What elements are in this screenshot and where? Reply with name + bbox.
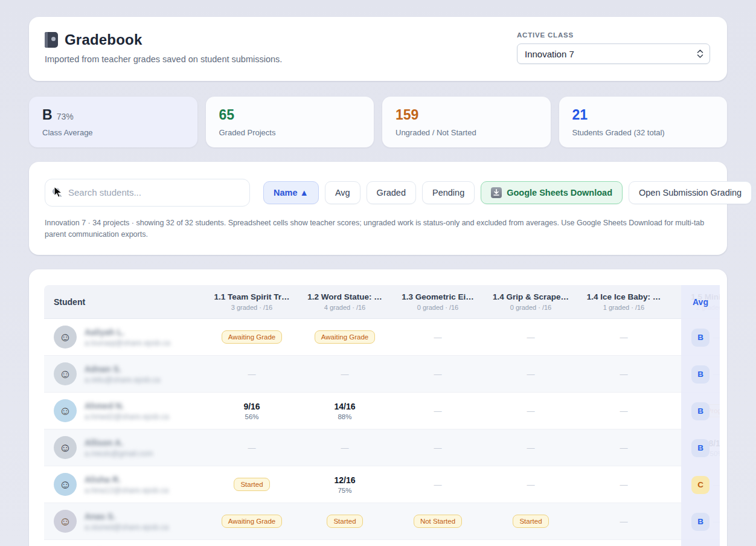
student-cell: ☺Andrew M.a.ndrew@share.epsb.ca (44, 540, 205, 546)
project-column-header: 1.2 Word Statue: …4 graded · /16 (298, 285, 391, 318)
score-percent: 56% (243, 413, 260, 420)
page-title: Gradebook (65, 31, 143, 48)
project-column-subtext: 0 graded · /16 (510, 304, 552, 311)
stat-label: Class Average (42, 128, 184, 137)
empty-cell-dash: — (620, 370, 628, 379)
stat-suffix: 73% (57, 112, 74, 121)
empty-cell-dash: — (341, 370, 349, 379)
student-name: Alisha R. (85, 475, 168, 484)
student-row[interactable]: ☺Adnan S.a.reliu@share.epsb.ca—————— (44, 356, 720, 393)
avg-column: Avg BBBBCBB (681, 285, 720, 546)
student-avatar: ☺ (54, 510, 77, 533)
score-percent: 88% (334, 413, 355, 420)
student-row[interactable]: ☺Andrew M.a.ndrew@share.epsb.ca—————— (44, 540, 720, 546)
active-class-select[interactable]: Innovation 7 (517, 43, 710, 64)
student-name: Aaliyah L. (85, 327, 170, 337)
avg-grade-badge: B (691, 513, 710, 531)
select-chevrons-icon (697, 49, 703, 59)
student-email: a.hina12@share.epsb.ca (85, 486, 168, 495)
student-name: Ahmed N. (85, 401, 169, 411)
project-column-header: 1.4 Ice Ice Baby: …1 graded · /16 (577, 285, 670, 318)
gradebook-page: Gradebook Imported from teacher grades s… (0, 0, 756, 546)
project-column-title: 1.1 Team Spirit Tr… (214, 292, 289, 301)
stat-label: Ungraded / Not Started (396, 128, 537, 137)
google-sheets-download-button[interactable]: Google Sheets Download (481, 181, 623, 204)
avg-slot: B (681, 319, 720, 356)
empty-cell-dash: — (434, 406, 442, 416)
student-row[interactable]: ☺Anas S.a.stuned@share.epsb.caAwaiting G… (44, 503, 720, 540)
project-column-subtext: 4 graded · /16 (324, 304, 366, 311)
empty-cell-dash: — (434, 370, 442, 379)
empty-cell-dash: — (620, 517, 628, 526)
empty-cell-dash: — (434, 443, 442, 452)
avg-grade-badge: B (691, 329, 710, 347)
notebook-icon (45, 32, 58, 48)
score-value: 14/16 (334, 402, 355, 411)
page-subtitle: Imported from teacher grades saved on st… (45, 54, 282, 64)
download-icon (491, 187, 502, 198)
stat-card-students-graded-32-total: 21Students Graded (32 total) (559, 97, 728, 147)
student-cell: ☺Allison A.a.meuls@gmail.com (44, 429, 205, 466)
project-column-subtext: 1 graded · /16 (603, 304, 645, 311)
search-input[interactable] (45, 179, 250, 207)
gradebook-note: Innovation 7 · 34 projects · showing 32 … (45, 217, 711, 241)
student-avatar: ☺ (54, 399, 77, 422)
empty-cell-dash: — (620, 406, 628, 416)
status-badge: Awaiting Grade (315, 330, 375, 344)
avg-grade-badge: B (691, 365, 710, 384)
student-email: a.meuls@gmail.com (85, 449, 153, 458)
student-cell: ☺Ahmed N.a.hmed2@share.epsb.ca (44, 393, 205, 429)
header-card: Gradebook Imported from teacher grades s… (29, 17, 727, 81)
table-header-row: Student1.1 Team Spirit Tr…3 graded · /16… (44, 285, 720, 319)
active-class-block: ACTIVE CLASS Innovation 7 (517, 31, 710, 64)
project-column-header: 1.4 Grip & Scrape…0 graded · /16 (484, 285, 577, 318)
student-name: Adnan S. (85, 364, 160, 374)
empty-cell-dash: — (620, 333, 628, 342)
status-badge: Awaiting Grade (222, 515, 282, 528)
empty-cell-dash: — (527, 443, 535, 452)
gradebook-table-card: Student1.1 Team Spirit Tr…3 graded · /16… (29, 269, 727, 546)
empty-cell-dash: — (434, 333, 442, 342)
empty-cell-dash: — (341, 443, 349, 452)
score-value: 9/16 (243, 402, 260, 411)
status-badge: Started (327, 515, 362, 528)
student-cell: ☺Anas S.a.stuned@share.epsb.ca (44, 503, 205, 539)
avg-slot: B (681, 429, 720, 466)
filter-button-name[interactable]: Name ▲ (263, 181, 319, 204)
status-badge: Started (234, 478, 269, 491)
filter-button-pending[interactable]: Pending (422, 181, 475, 204)
score-value: 12/16 (334, 475, 355, 485)
student-email: a.stuned@share.epsb.ca (85, 523, 168, 532)
student-avatar: ☺ (54, 473, 77, 496)
stat-label: Graded Projects (219, 128, 361, 137)
stat-value: 65 (219, 107, 235, 124)
student-row[interactable]: ☺Aaliyah L.a.lounaqi@share.epsb.caAwaiti… (44, 319, 720, 356)
student-column-header: Student (44, 285, 205, 318)
empty-cell-dash: — (248, 370, 256, 379)
student-email: a.lounaqi@share.epsb.ca (85, 339, 170, 347)
header-left: Gradebook Imported from teacher grades s… (45, 31, 282, 64)
student-email: a.reliu@share.epsb.ca (85, 376, 160, 384)
gradebook-table: Student1.1 Team Spirit Tr…3 graded · /16… (44, 285, 720, 546)
student-email: a.hmed2@share.epsb.ca (85, 413, 169, 421)
project-column-title: 1.3 Geometric Ei… (402, 292, 473, 301)
status-badge: Awaiting Grade (222, 330, 282, 344)
filter-button-avg[interactable]: Avg (325, 181, 360, 204)
stat-card-ungraded-not-started: 159Ungraded / Not Started (382, 97, 551, 147)
open-submission-grading-button[interactable]: Open Submission Grading (629, 181, 752, 204)
empty-cell-dash: — (527, 480, 535, 489)
student-row[interactable]: ☺Ahmed N.a.hmed2@share.epsb.ca9/1656%14/… (44, 393, 720, 429)
avg-slot: B (681, 356, 720, 393)
stat-value: 159 (396, 107, 418, 124)
student-row[interactable]: ☺Allison A.a.meuls@gmail.com—————8/1650% (44, 429, 720, 466)
empty-cell-dash: — (527, 406, 535, 416)
filter-button-graded[interactable]: Graded (367, 181, 416, 204)
avg-slot: B (681, 393, 720, 429)
stat-value: B (42, 107, 53, 124)
student-cell: ☺Aaliyah L.a.lounaqi@share.epsb.ca (44, 319, 205, 355)
student-row[interactable]: ☺Alisha R.a.hina12@share.epsb.caStarted1… (44, 466, 720, 503)
project-column-title: 1.4 Ice Ice Baby: … (587, 292, 661, 301)
student-name: Allison A. (85, 438, 153, 448)
student-cell: ☺Alisha R.a.hina12@share.epsb.ca (44, 466, 205, 503)
avg-column-header: Avg (681, 285, 720, 319)
